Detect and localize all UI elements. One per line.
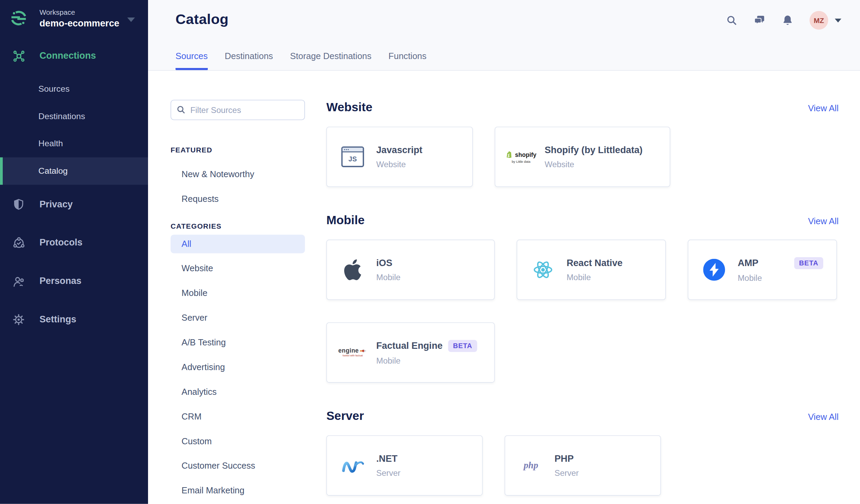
sidebar-item-label: Settings (39, 314, 76, 325)
category-item-email-marketing[interactable]: Email Marketing (171, 478, 305, 503)
page-header: Catalog Sources Destinations Storage Des… (148, 0, 860, 71)
card-title: AMP (738, 258, 758, 269)
workspace-name: demo-ecommerce (39, 18, 119, 29)
source-card-dotnet[interactable]: .NET Server (326, 435, 483, 496)
workspace-caret-icon (127, 18, 135, 22)
sidebar-item-label: Personas (39, 276, 81, 287)
sidebar-item-personas[interactable]: Personas (0, 267, 148, 295)
category-item-mobile[interactable]: Mobile (171, 281, 305, 306)
dotnet-icon (340, 457, 365, 474)
sidebar-item-destinations[interactable]: Destinations (0, 103, 148, 130)
category-item-advertising[interactable]: Advertising (171, 355, 305, 379)
sidebar: Workspace demo-ecommerce Connections Sou… (0, 0, 148, 504)
sidebar-item-catalog[interactable]: Catalog (0, 157, 148, 185)
source-card-react-native[interactable]: React Native Mobile (517, 240, 666, 300)
source-card-php[interactable]: php PHP Server (505, 435, 661, 496)
card-category: Mobile (567, 273, 652, 282)
category-item-all[interactable]: All (171, 234, 305, 253)
tab-functions[interactable]: Functions (388, 51, 427, 70)
sidebar-item-label: Privacy (39, 199, 73, 210)
factual-engine-icon: engine fueled with factual (340, 348, 365, 357)
section-title: Website (326, 100, 372, 115)
categories-heading: CATEGORIES (171, 222, 305, 230)
card-title: Factual Engine (376, 341, 443, 352)
apple-icon (340, 259, 365, 280)
sidebar-item-connections[interactable]: Connections (0, 44, 148, 68)
card-category: Server (376, 468, 469, 478)
section-title: Server (326, 409, 364, 423)
section-mobile: Mobile View All iOS Mob (326, 213, 839, 382)
card-title: iOS (376, 258, 393, 269)
search-icon[interactable] (726, 14, 738, 26)
tab-sources[interactable]: Sources (176, 51, 208, 70)
workspace-switcher[interactable]: Workspace demo-ecommerce (0, 0, 148, 42)
beta-badge: BETA (794, 257, 823, 269)
cards-column: Website View All JS (326, 100, 839, 504)
card-category: Website (545, 160, 657, 169)
featured-item-requests[interactable]: Requests (171, 186, 305, 211)
sidebar-item-privacy[interactable]: Privacy (0, 191, 148, 218)
card-title: React Native (567, 258, 623, 269)
beta-badge: BETA (448, 340, 477, 352)
category-item-customer-success[interactable]: Customer Success (171, 454, 305, 478)
php-icon: php (518, 460, 543, 471)
source-card-amp[interactable]: AMP BETA Mobile (688, 240, 837, 300)
account-menu[interactable]: MZ (810, 11, 841, 30)
view-all-link[interactable]: View All (808, 104, 839, 114)
javascript-icon: JS (340, 146, 365, 168)
sidebar-item-settings[interactable]: Settings (0, 306, 148, 333)
category-item-website[interactable]: Website (171, 256, 305, 281)
app-root: Workspace demo-ecommerce Connections Sou… (0, 0, 860, 504)
sidebar-item-label: Protocols (39, 237, 82, 248)
source-card-shopify[interactable]: shopify by Little data Shopify (by Littl… (495, 127, 670, 187)
card-category: Mobile (376, 273, 481, 282)
filter-sources-input[interactable] (171, 100, 305, 120)
featured-item-new-noteworthy[interactable]: New & Noteworthy (171, 162, 305, 186)
category-item-custom[interactable]: Custom (171, 429, 305, 454)
section-website: Website View All JS (326, 100, 839, 187)
card-category: Mobile (376, 356, 481, 365)
tab-destinations[interactable]: Destinations (225, 51, 273, 70)
shopify-icon: shopify by Little data (508, 150, 533, 163)
categories-list: All Website Mobile Server A/B Testing Ad… (171, 234, 305, 503)
search-icon (176, 105, 186, 115)
source-card-ios[interactable]: iOS Mobile (326, 240, 495, 300)
amp-icon (701, 259, 726, 281)
card-category: Mobile (738, 273, 823, 282)
card-category: Website (376, 160, 459, 169)
sidebar-item-protocols[interactable]: Protocols (0, 229, 148, 257)
source-card-javascript[interactable]: JS Javascript Website (326, 127, 473, 187)
featured-heading: FEATURED (171, 146, 305, 154)
connections-sub-list: Sources Destinations Health Catalog (0, 75, 148, 185)
section-server: Server View All (326, 409, 839, 504)
category-item-analytics[interactable]: Analytics (171, 379, 305, 404)
view-all-link[interactable]: View All (808, 217, 839, 227)
personas-icon (13, 275, 25, 288)
card-title: Javascript (376, 145, 422, 156)
protocols-icon (13, 237, 25, 249)
connections-icon (13, 50, 25, 62)
category-item-crm[interactable]: CRM (171, 404, 305, 429)
page-title: Catalog (176, 11, 229, 28)
catalog-content: FEATURED New & Noteworthy Requests CATEG… (148, 71, 860, 504)
sidebar-item-label: Connections (39, 50, 96, 61)
category-item-server[interactable]: Server (171, 305, 305, 330)
card-title: .NET (376, 454, 398, 465)
chat-icon[interactable] (754, 14, 766, 26)
svg-text:JS: JS (349, 155, 357, 163)
category-item-ab-testing[interactable]: A/B Testing (171, 330, 305, 355)
sidebar-item-health[interactable]: Health (0, 130, 148, 157)
notifications-bell-icon[interactable] (782, 14, 794, 26)
card-category: Server (555, 468, 647, 478)
view-all-link[interactable]: View All (808, 412, 839, 422)
avatar: MZ (810, 11, 828, 30)
chevron-down-icon (835, 18, 841, 22)
sidebar-item-sources[interactable]: Sources (0, 75, 148, 103)
card-title: Shopify (by Littledata) (545, 145, 643, 156)
main-area: Catalog Sources Destinations Storage Des… (148, 0, 860, 504)
gear-icon (13, 313, 25, 326)
filter-column: FEATURED New & Noteworthy Requests CATEG… (171, 100, 305, 504)
segment-logo-icon (10, 10, 27, 26)
tab-storage-destinations[interactable]: Storage Destinations (290, 51, 371, 70)
source-card-factual-engine[interactable]: engine fueled with factual (326, 322, 495, 383)
